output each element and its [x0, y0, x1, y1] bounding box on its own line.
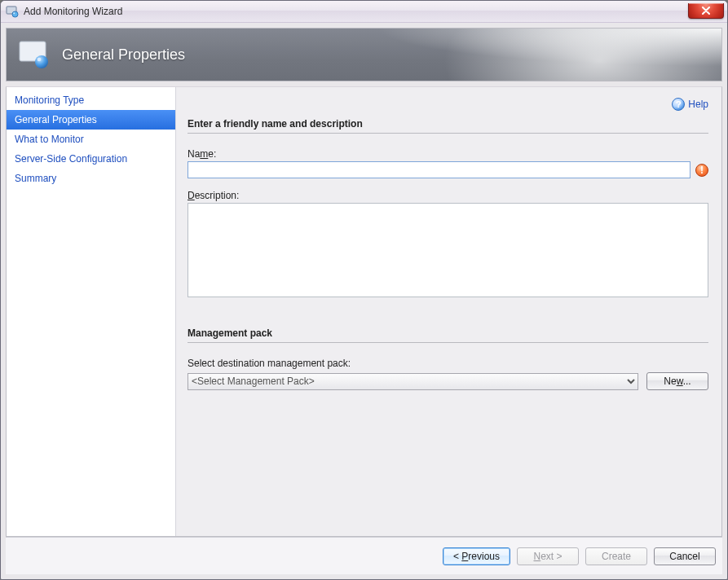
name-input[interactable]: [188, 161, 690, 178]
footer: < Previous Next > Create Cancel: [6, 537, 722, 574]
main-panel: ? Help Enter a friendly name and descrip…: [176, 87, 721, 536]
description-label: Description:: [188, 190, 708, 201]
previous-button[interactable]: < Previous: [443, 547, 510, 565]
window-title: Add Monitoring Wizard: [24, 6, 122, 17]
section-name-description-title: Enter a friendly name and description: [188, 118, 708, 134]
management-pack-select-label: Select destination management pack:: [188, 358, 708, 369]
wizard-steps-sidebar: Monitoring Type General Properties What …: [7, 87, 176, 536]
create-button[interactable]: Create: [585, 547, 647, 565]
step-monitoring-type[interactable]: Monitoring Type: [7, 90, 175, 110]
description-textarea[interactable]: [188, 203, 708, 297]
name-label: Name:: [188, 148, 708, 160]
step-what-to-monitor[interactable]: What to Monitor: [7, 130, 175, 149]
svg-point-1: [12, 11, 18, 17]
content-area: Monitoring Type General Properties What …: [6, 86, 722, 537]
next-button[interactable]: Next >: [517, 547, 579, 565]
close-button[interactable]: [688, 3, 724, 19]
titlebar: Add Monitoring Wizard: [1, 1, 727, 23]
management-pack-select[interactable]: <Select Management Pack>: [188, 373, 638, 390]
cancel-button[interactable]: Cancel: [654, 547, 716, 565]
validation-error-icon: !: [695, 164, 708, 177]
svg-point-2: [13, 12, 15, 14]
step-server-side-configuration[interactable]: Server-Side Configuration: [7, 149, 175, 169]
svg-point-5: [38, 58, 42, 62]
wizard-window: Add Monitoring Wizard: [0, 0, 728, 580]
banner: General Properties: [6, 28, 722, 81]
svg-point-4: [35, 55, 48, 68]
step-general-properties[interactable]: General Properties: [7, 110, 175, 130]
banner-icon: [18, 40, 52, 69]
banner-title: General Properties: [62, 46, 185, 64]
step-summary[interactable]: Summary: [7, 169, 175, 188]
help-link[interactable]: Help: [688, 99, 708, 110]
section-management-pack-title: Management pack: [188, 327, 708, 343]
help-icon: ?: [672, 98, 685, 111]
new-management-pack-button[interactable]: New...: [646, 372, 708, 390]
window-icon: [6, 5, 19, 18]
